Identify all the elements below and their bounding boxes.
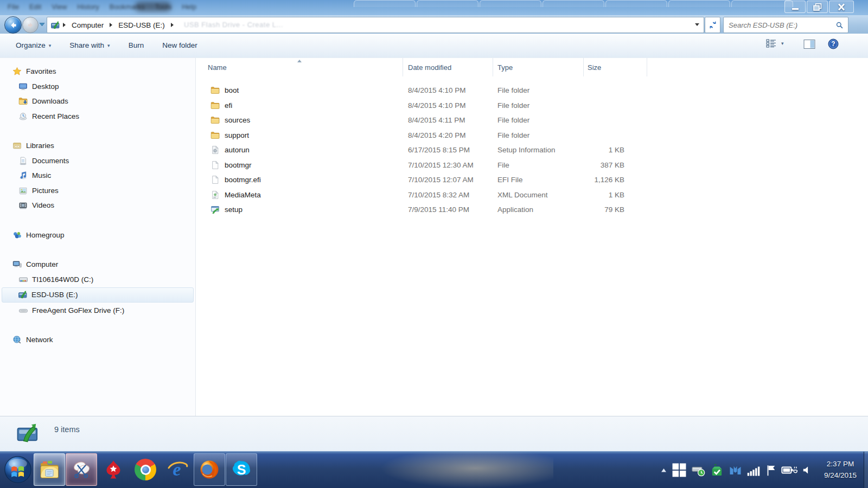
minimize-button[interactable] [784,1,806,13]
column-header-date-modified[interactable]: Date modified [403,58,493,76]
file-row-autorun[interactable]: autorun6/17/2015 8:15 PMSetup Informatio… [196,143,868,158]
file-name-cell: support [196,131,403,140]
breadcrumb-chevron-icon[interactable] [63,23,66,27]
file-type: File folder [493,116,584,124]
file-row-efi[interactable]: efi8/4/2015 4:10 PMFile folder [196,98,868,113]
address-bar[interactable]: ComputerESD-USB (E:) USB Flash Drive - C… [47,17,704,33]
system-tray: 2:37 PM9/24/2015 [660,452,861,488]
search-input[interactable] [724,21,835,29]
taskbar-button-skype[interactable]: S [226,453,257,486]
sidebar-item-ti106164w0d-c-[interactable]: TI106164W0D (C:) [0,272,195,287]
file-size: 1 KB [584,191,647,199]
taskbar-button-snipping-tool[interactable] [66,453,97,486]
libraries-icon [12,141,22,150]
column-header-type[interactable]: Type [493,58,584,76]
breadcrumb-chevron-icon[interactable] [110,23,112,27]
taskbar-button-pokerstars[interactable] [98,453,129,486]
clock-date: 9/24/2015 [819,470,861,481]
background-tab [354,0,416,7]
taskbar-button-firefox[interactable] [194,453,225,486]
show-desktop-button[interactable] [864,452,868,488]
change-view-button[interactable]: ▾ [766,38,784,48]
volume-icon[interactable] [802,464,813,477]
breadcrumb-chevron-icon[interactable] [171,23,174,27]
sidebar-item-videos[interactable]: Videos [0,198,195,213]
file-date: 7/10/2015 12:07 AM [403,176,493,184]
file-name: sources [225,116,250,124]
file-row-boot[interactable]: boot8/4/2015 4:10 PMFile folder [196,83,868,98]
toolbar-button-new-folder[interactable]: New folder [153,41,207,49]
file-name-cell: autorun [196,145,403,155]
file-name-cell: boot [196,86,403,95]
background-menu-file: File [8,3,19,11]
file-type: Setup Information [493,146,584,154]
file-row-sources[interactable]: sources8/4/2015 4:11 PMFile folder [196,113,868,128]
sidebar-item-desktop[interactable]: Desktop [0,79,195,94]
status-bar: 9 items [0,416,868,451]
windows-logo-icon[interactable] [672,463,687,478]
firefox-icon [199,459,220,480]
column-header-name[interactable]: Name [196,58,403,76]
close-button[interactable] [829,1,854,13]
safely-remove-icon[interactable] [710,463,724,477]
forward-button[interactable] [22,17,39,33]
sidebar-item-freeagent-goflex-drive-f-[interactable]: FreeAgent GoFlex Drive (F:) [0,303,195,318]
toolbar-button-share-with[interactable]: Share with▾ [60,41,119,49]
action-center-icon[interactable] [765,464,777,477]
file-row-bootmgr-efi[interactable]: bootmgr.efi7/10/2015 12:07 AMEFI File1,1… [196,172,868,188]
taskbar-button-explorer[interactable] [34,453,65,486]
menu-caret-icon: ▾ [107,43,110,48]
clock-time: 2:37 PM [819,459,861,470]
background-tab [605,0,667,7]
sidebar-section-favorites[interactable]: Favorites [0,64,195,79]
sidebar-item-downloads[interactable]: Downloads [0,94,195,109]
recent-places-icon [18,112,28,121]
file-type: EFI File [493,176,584,184]
sidebar-item-recent-places[interactable]: Recent Places [0,109,195,124]
folder-icon [210,115,220,125]
sidebar-section-libraries[interactable]: Libraries [0,138,195,153]
breadcrumb-item[interactable]: Computer [66,21,109,29]
malwarebytes-icon[interactable] [729,464,742,477]
search-icon[interactable] [835,21,844,29]
file-size: 1,126 KB [584,176,647,184]
file-row-support[interactable]: support8/4/2015 4:20 PMFile folder [196,128,868,143]
taskbar-button-chrome[interactable] [130,453,161,486]
file-date: 7/10/2015 8:32 AM [403,191,493,199]
sidebar-section-computer[interactable]: Computer [0,257,195,272]
toolbar-button-organize[interactable]: Organize▾ [7,41,60,49]
file-type: File folder [493,101,584,110]
file-row-setup[interactable]: setup7/9/2015 11:40 PMApplication79 KB [196,202,868,217]
file-type: File [493,161,584,169]
sidebar-item-pictures[interactable]: Pictures [0,183,195,198]
address-dropdown-icon[interactable] [695,23,699,26]
breadcrumb-item[interactable]: ESD-USB (E:) [113,21,170,29]
file-type: XML Document [493,191,584,199]
file-row-bootmgr[interactable]: bootmgr7/10/2015 12:30 AMFile387 KB [196,158,868,173]
power-icon[interactable] [781,464,797,477]
taskbar-button-internet-explorer[interactable]: e [162,453,193,486]
hidden-icons-icon[interactable] [660,467,667,473]
column-header-size[interactable]: Size [584,58,647,76]
refresh-button[interactable] [705,17,720,33]
drive-status-icon[interactable] [691,464,705,477]
preview-pane-button[interactable] [803,39,815,49]
network-signal-icon[interactable] [746,464,761,477]
sidebar-section-network[interactable]: Network [0,332,195,348]
file-row-mediameta[interactable]: MediaMeta7/10/2015 8:32 AMXML Document1 … [196,188,868,203]
views-caret-icon: ▾ [781,41,784,46]
start-button[interactable] [3,455,33,484]
sidebar-item-documents[interactable]: Documents [0,153,195,169]
sidebar-item-music[interactable]: Music [0,168,195,183]
help-button[interactable]: ? [828,38,839,49]
recent-pages-dropdown[interactable] [39,22,45,27]
restore-button[interactable] [807,1,828,13]
taskbar-clock[interactable]: 2:37 PM9/24/2015 [819,459,861,481]
back-button[interactable] [4,16,22,34]
xml-icon [210,190,220,200]
sidebar-item-esd-usb-e-[interactable]: ESD-USB (E:) [2,287,194,303]
toolbar-button-burn[interactable]: Burn [119,41,154,49]
start-orb-icon [3,455,33,484]
file-name-cell: setup [196,205,403,214]
sidebar-section-homegroup[interactable]: Homegroup [0,228,195,243]
